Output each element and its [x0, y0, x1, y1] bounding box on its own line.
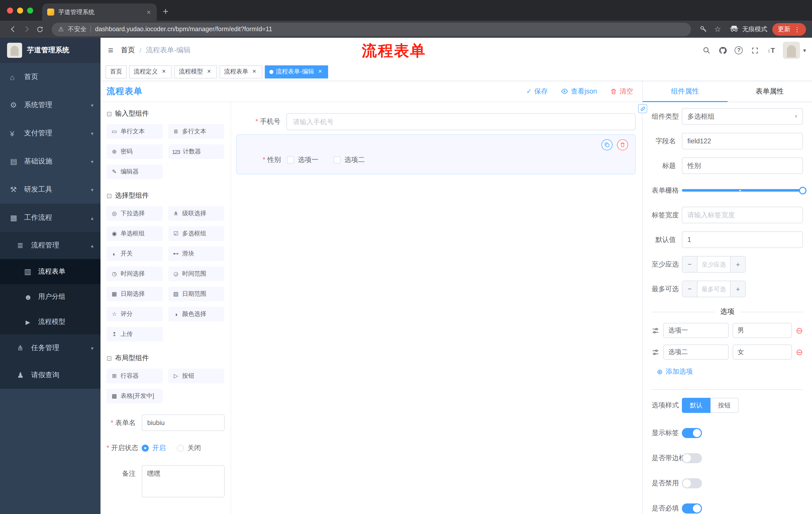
sidebar-item-process-management[interactable]: ≣流程管理▴: [0, 232, 100, 259]
palette-item-slider[interactable]: ⊷滑块: [168, 246, 224, 261]
save-button[interactable]: ✓ 保存: [526, 87, 548, 96]
github-icon[interactable]: [715, 42, 731, 58]
tag-process-model[interactable]: 流程模型×: [174, 65, 217, 78]
option-value-input-option-2[interactable]: [733, 345, 792, 360]
security-warning-icon[interactable]: ⚠: [58, 26, 64, 33]
switch-show-label[interactable]: [682, 428, 702, 438]
palette-item-row-container[interactable]: ⊞行容器: [107, 369, 163, 383]
switch-disabled[interactable]: [682, 478, 702, 488]
add-option-button[interactable]: ⊕ 添加选项: [657, 367, 803, 376]
drag-handle-icon[interactable]: [652, 348, 659, 356]
min-select-input[interactable]: [697, 256, 730, 272]
slider-handle[interactable]: [799, 187, 807, 194]
option-style-button[interactable]: 按钮: [710, 398, 738, 413]
default-value-input[interactable]: [682, 231, 803, 248]
tab-component-props[interactable]: 组件属性: [643, 81, 727, 102]
decrease-button[interactable]: −: [683, 281, 697, 297]
sidebar-item-process-form[interactable]: ▥流程表单: [0, 259, 100, 284]
browser-tab[interactable]: 芋道管理系统 ×: [42, 3, 157, 21]
palette-item-rate[interactable]: ☆评分: [107, 307, 163, 321]
sidebar-item-infrastructure[interactable]: ▤基础设施▾: [0, 147, 100, 175]
forward-button[interactable]: [20, 22, 33, 36]
palette-item-cascader[interactable]: ⋔级联选择: [168, 206, 224, 221]
reload-button[interactable]: [33, 22, 47, 36]
breadcrumb-home[interactable]: 首页: [121, 46, 135, 55]
option-style-default[interactable]: 默认: [682, 398, 710, 413]
tag-process-form-edit[interactable]: 流程表单-编辑×: [265, 65, 328, 78]
increase-button[interactable]: ＋: [730, 256, 745, 272]
tag-home[interactable]: 首页: [106, 65, 127, 78]
drag-handle-icon[interactable]: [652, 327, 659, 334]
palette-item-password[interactable]: ⊛密码: [107, 144, 163, 159]
sidebar-item-process-model[interactable]: ►流程模型: [0, 309, 100, 334]
password-key-icon[interactable]: [699, 25, 707, 33]
search-icon[interactable]: [699, 42, 715, 58]
palette-item-upload[interactable]: ↥上传: [107, 327, 163, 342]
option-value-input-option-1[interactable]: [733, 323, 792, 338]
sidebar-item-user-group[interactable]: ☻用户分组: [0, 284, 100, 309]
sidebar-item-dev-tools[interactable]: ⚒研发工具▾: [0, 175, 100, 204]
palette-item-editor[interactable]: ✎编辑器: [107, 164, 163, 179]
view-json-button[interactable]: 查看json: [561, 87, 597, 96]
tag-close-icon[interactable]: ×: [160, 68, 167, 75]
palette-item-checkbox-group[interactable]: ☑多选框组: [168, 226, 224, 241]
avatar-caret-down-icon[interactable]: ▾: [803, 47, 806, 54]
radio-on[interactable]: 开启: [142, 443, 166, 453]
palette-item-time-picker[interactable]: ◷时间选择: [107, 267, 163, 281]
palette-item-table[interactable]: ▩表格[开发中]: [107, 389, 163, 403]
palette-item-counter[interactable]: 123计数器: [168, 144, 224, 159]
tag-process-form[interactable]: 流程表单×: [220, 65, 262, 78]
traffic-light-minimize[interactable]: [17, 7, 23, 13]
palette-item-radio-group[interactable]: ◉单选框组: [107, 226, 163, 241]
canvas-field-gender[interactable]: 性别 选项一选项二: [236, 134, 636, 174]
clear-button[interactable]: 清空: [610, 87, 633, 96]
fullscreen-icon[interactable]: [747, 42, 763, 58]
bookmark-star-icon[interactable]: ☆: [714, 25, 721, 34]
palette-item-single-line-text[interactable]: ▭单行文本: [107, 124, 163, 139]
palette-item-button[interactable]: ▷按钮: [168, 369, 224, 383]
help-icon[interactable]: ?: [731, 42, 747, 58]
sidebar-logo[interactable]: 芋道管理系统: [0, 38, 100, 63]
radio-off[interactable]: 关闭: [177, 443, 201, 453]
label-width-input[interactable]: [682, 207, 803, 223]
user-avatar[interactable]: [783, 42, 800, 59]
checkbox-option-2[interactable]: 选项二: [334, 155, 365, 164]
traffic-light-zoom[interactable]: [27, 7, 33, 13]
sidebar-item-task-management[interactable]: ⋔任务管理▾: [0, 334, 100, 361]
tag-close-icon[interactable]: ×: [205, 68, 212, 75]
component-type-select[interactable]: 多选框组 ▾: [682, 108, 803, 125]
delete-component-button[interactable]: [617, 139, 628, 151]
option-label-input-option-1[interactable]: [663, 323, 729, 338]
palette-item-switch[interactable]: ◐开关: [107, 246, 163, 261]
max-select-input[interactable]: [697, 281, 730, 297]
form-grid-slider[interactable]: [682, 182, 803, 199]
remark-textarea[interactable]: 嘿嘿: [142, 465, 225, 497]
tab-form-props[interactable]: 表单属性: [727, 81, 812, 102]
switch-border[interactable]: [682, 453, 702, 463]
increase-button[interactable]: ＋: [730, 281, 745, 297]
sidebar-item-payment-management[interactable]: ¥支付管理▾: [0, 119, 100, 147]
tag-process-definition[interactable]: 流程定义×: [129, 65, 172, 78]
update-button[interactable]: 更新 ⋮: [772, 23, 806, 35]
decrease-button[interactable]: −: [683, 256, 697, 272]
tag-close-icon[interactable]: ×: [317, 68, 324, 75]
palette-item-select[interactable]: ◎下拉选择: [107, 206, 163, 221]
new-tab-button[interactable]: +: [163, 6, 168, 17]
url-bar[interactable]: ⚠ 不安全 dashboard.yudao.iocoder.cn/bpm/man…: [52, 22, 691, 36]
design-canvas[interactable]: 手机号: [231, 102, 642, 514]
remove-option-icon[interactable]: ⊖: [796, 326, 803, 335]
copy-component-button[interactable]: [602, 139, 612, 151]
palette-item-color-picker[interactable]: ◑颜色选择: [168, 307, 224, 321]
remove-option-icon[interactable]: ⊖: [796, 348, 803, 356]
browser-menu-icon[interactable]: ⋮: [794, 25, 801, 33]
font-size-icon[interactable]: ↕T: [763, 42, 779, 58]
sidebar-item-system-management[interactable]: ⚙系统管理▾: [0, 91, 100, 119]
sidebar-item-leave-query[interactable]: ♟请假查询: [0, 361, 100, 389]
phone-input[interactable]: [286, 113, 636, 130]
external-link-button[interactable]: [638, 104, 647, 113]
tag-close-icon[interactable]: ×: [251, 68, 258, 75]
option-label-input-option-2[interactable]: [663, 345, 729, 360]
form-name-input[interactable]: [142, 414, 225, 431]
checkbox-option-1[interactable]: 选项一: [287, 155, 318, 164]
tab-close-icon[interactable]: ×: [146, 8, 152, 16]
